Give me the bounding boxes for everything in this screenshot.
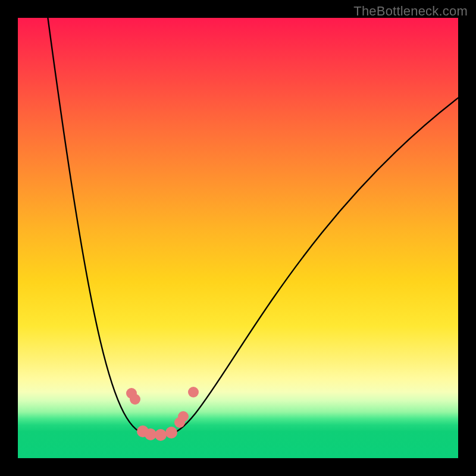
data-marker: [130, 394, 140, 405]
watermark-text: TheBottleneck.com: [353, 4, 468, 19]
data-marker: [155, 429, 167, 441]
plot-area: [18, 18, 458, 458]
data-marker: [145, 428, 156, 440]
markers-group: [126, 387, 199, 441]
data-marker: [165, 427, 177, 439]
chart-frame: TheBottleneck.com: [0, 0, 476, 476]
data-marker: [178, 411, 189, 422]
data-marker: [188, 387, 199, 397]
marker-layer: [18, 18, 458, 458]
